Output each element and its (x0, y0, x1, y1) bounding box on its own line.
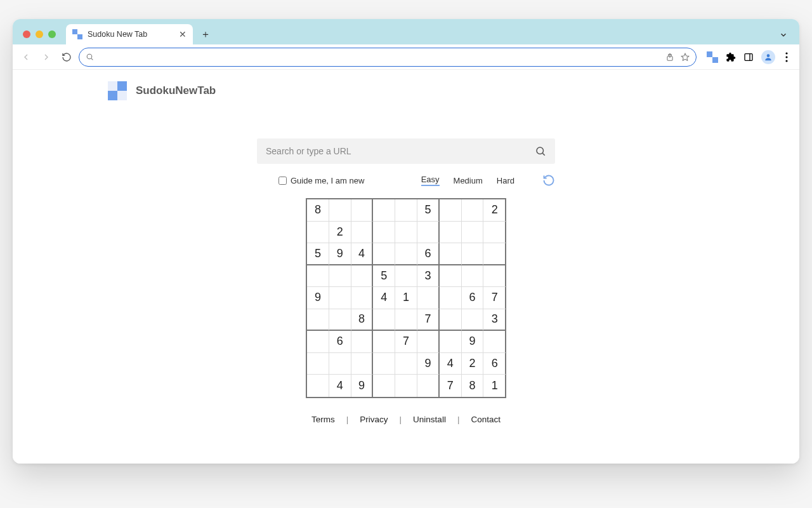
sudoku-cell[interactable] (483, 222, 506, 244)
sudoku-cell[interactable] (483, 243, 506, 265)
extensions-icon[interactable] (726, 52, 736, 62)
sudoku-cell[interactable]: 9 (417, 353, 440, 375)
sudoku-cell[interactable] (329, 199, 351, 222)
sudoku-cell[interactable]: 6 (462, 287, 484, 309)
sudoku-cell[interactable]: 4 (373, 287, 395, 309)
sudoku-cell[interactable] (329, 309, 351, 331)
sudoku-cell[interactable]: 7 (483, 287, 506, 309)
share-icon[interactable] (665, 53, 674, 62)
sudoku-cell[interactable] (351, 222, 374, 244)
sudoku-cell[interactable] (351, 331, 374, 353)
footer-link-terms[interactable]: Terms (311, 415, 335, 424)
sudoku-cell[interactable]: 8 (351, 309, 374, 331)
sudoku-cell[interactable] (395, 309, 417, 331)
sudoku-cell[interactable]: 9 (462, 331, 484, 353)
difficulty-hard[interactable]: Hard (497, 176, 514, 185)
page-search-bar[interactable]: Search or type a URL (257, 138, 555, 164)
sudoku-grid[interactable]: 852259465394167873679942649781 (306, 198, 506, 398)
sudoku-cell[interactable] (462, 222, 484, 244)
sudoku-cell[interactable] (307, 265, 329, 288)
browser-tab[interactable]: Sudoku New Tab ✕ (66, 24, 193, 44)
sudoku-cell[interactable] (395, 375, 417, 397)
sudoku-cell[interactable]: 2 (483, 199, 506, 222)
sudoku-cell[interactable]: 6 (329, 331, 351, 353)
minimize-window-icon[interactable] (36, 30, 43, 38)
search-icon[interactable] (535, 145, 546, 157)
sudoku-cell[interactable] (329, 353, 351, 375)
sudoku-cell[interactable] (440, 265, 462, 288)
sudoku-cell[interactable] (373, 353, 395, 375)
sudoku-cell[interactable] (307, 331, 329, 353)
sudoku-cell[interactable] (373, 375, 395, 397)
reload-button[interactable] (58, 49, 75, 65)
guide-checkbox[interactable]: Guide me, I am new (278, 176, 364, 185)
side-panel-icon[interactable] (743, 52, 754, 62)
sudoku-cell[interactable] (329, 287, 351, 309)
sudoku-cell[interactable]: 4 (351, 243, 374, 265)
sudoku-cell[interactable]: 7 (440, 375, 462, 397)
sudoku-cell[interactable] (417, 375, 440, 397)
guide-checkbox-input[interactable] (278, 177, 287, 185)
sudoku-cell[interactable]: 9 (351, 375, 374, 397)
sudoku-cell[interactable]: 7 (395, 331, 417, 353)
sudoku-cell[interactable] (351, 265, 374, 288)
back-button[interactable] (18, 49, 34, 65)
sudoku-cell[interactable] (417, 331, 440, 353)
sudoku-cell[interactable] (440, 331, 462, 353)
sudoku-cell[interactable]: 9 (329, 243, 351, 265)
sudoku-cell[interactable]: 5 (307, 243, 329, 265)
sudoku-cell[interactable]: 6 (483, 353, 506, 375)
kebab-menu-icon[interactable] (783, 52, 790, 62)
footer-link-privacy[interactable]: Privacy (360, 415, 388, 424)
sudoku-cell[interactable]: 6 (417, 243, 440, 265)
sudoku-cell[interactable] (483, 265, 506, 288)
difficulty-easy[interactable]: Easy (421, 175, 440, 186)
sudoku-cell[interactable]: 3 (417, 265, 440, 288)
sudoku-cell[interactable]: 2 (462, 353, 484, 375)
sudoku-cell[interactable] (462, 265, 484, 288)
sudoku-cell[interactable]: 2 (329, 222, 351, 244)
sudoku-cell[interactable] (373, 331, 395, 353)
close-window-icon[interactable] (23, 30, 30, 38)
sudoku-cell[interactable] (307, 375, 329, 397)
sudoku-cell[interactable] (395, 222, 417, 244)
sudoku-cell[interactable] (483, 331, 506, 353)
sudoku-cell[interactable] (307, 222, 329, 244)
sudoku-cell[interactable]: 5 (373, 265, 395, 288)
sudoku-cell[interactable] (395, 353, 417, 375)
refresh-icon[interactable] (542, 174, 555, 187)
sudoku-cell[interactable] (373, 309, 395, 331)
sudoku-cell[interactable] (395, 243, 417, 265)
sudoku-cell[interactable] (440, 287, 462, 309)
sudoku-cell[interactable] (417, 287, 440, 309)
sudoku-cell[interactable] (373, 243, 395, 265)
sudoku-cell[interactable] (395, 199, 417, 222)
new-tab-button[interactable]: ＋ (197, 25, 214, 43)
bookmark-icon[interactable] (681, 53, 690, 62)
profile-avatar[interactable] (761, 50, 775, 64)
sudoku-cell[interactable] (440, 222, 462, 244)
sudoku-cell[interactable] (351, 353, 374, 375)
sudoku-cell[interactable]: 1 (483, 375, 506, 397)
difficulty-medium[interactable]: Medium (454, 176, 483, 185)
sudoku-cell[interactable] (462, 199, 484, 222)
footer-link-uninstall[interactable]: Uninstall (413, 415, 446, 424)
sudoku-cell[interactable]: 7 (417, 309, 440, 331)
footer-link-contact[interactable]: Contact (471, 415, 501, 424)
forward-button[interactable] (38, 49, 55, 65)
sudoku-cell[interactable]: 4 (440, 353, 462, 375)
sudoku-cell[interactable] (395, 265, 417, 288)
sudoku-cell[interactable]: 5 (417, 199, 440, 222)
sudoku-cell[interactable]: 8 (307, 199, 329, 222)
sudoku-cell[interactable] (462, 309, 484, 331)
sudoku-cell[interactable]: 4 (329, 375, 351, 397)
sudoku-cell[interactable] (307, 309, 329, 331)
close-tab-icon[interactable]: ✕ (179, 29, 187, 39)
sudoku-cell[interactable]: 9 (307, 287, 329, 309)
extension-sudoku-icon[interactable] (707, 51, 718, 63)
sudoku-cell[interactable]: 3 (483, 309, 506, 331)
tabstrip-menu-icon[interactable] (779, 30, 794, 44)
sudoku-cell[interactable] (440, 309, 462, 331)
address-bar[interactable] (79, 48, 697, 67)
sudoku-cell[interactable] (307, 353, 329, 375)
